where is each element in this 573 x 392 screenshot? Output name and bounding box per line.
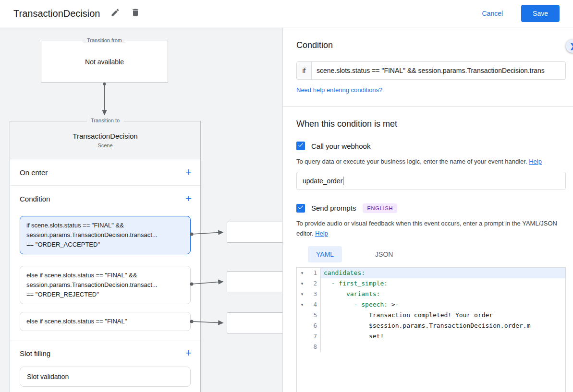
if-prefix-label: if — [297, 62, 312, 79]
edit-title-button[interactable] — [110, 8, 120, 19]
code-line: ▾ 2 - first_simple: — [297, 278, 565, 289]
prompts-description-text: To provide audio or visual feedback when… — [296, 220, 557, 237]
conditions-help-link[interactable]: Need help entering conditions? — [296, 86, 382, 94]
fold-arrow-icon[interactable]: ▾ — [297, 268, 307, 278]
add-slot-button[interactable]: + — [185, 348, 192, 358]
on-enter-label: On enter — [20, 168, 48, 177]
line-number: 7 — [307, 331, 321, 342]
inspector-title: Condition — [296, 40, 566, 50]
code-line: 7 set! — [297, 331, 565, 342]
code-text[interactable]: $session.params.TransactionDecision.orde… — [321, 321, 565, 331]
condition-card-accepted[interactable]: if scene.slots.status == "FINAL" && sess… — [20, 216, 191, 254]
fold-arrow-icon — [297, 321, 307, 331]
fold-arrow-icon[interactable]: ▾ — [297, 299, 307, 310]
language-badge: ENGLISH — [363, 203, 397, 213]
condition-section-label: Condition — [20, 195, 50, 203]
transition-target-box-2[interactable] — [227, 271, 282, 292]
pencil-icon — [110, 8, 120, 19]
condition-text-line: else if scene.slots.status == "FINAL" — [26, 317, 184, 326]
top-bar: TransactionDecision Cancel Save — [0, 0, 573, 27]
add-condition-button[interactable]: + — [185, 193, 192, 204]
code-text[interactable]: Transaction completed! Your order — [321, 310, 565, 321]
event-handler-input[interactable]: update_order — [296, 172, 566, 190]
line-number: 6 — [307, 321, 321, 331]
code-plain — [324, 290, 346, 297]
yaml-code-editor: ▾ 1 candidates: ▾ 2 - first_simple: ▾ 3 … — [296, 267, 566, 392]
event-handler-value: update_order — [303, 177, 342, 185]
condition-text-line: == "ORDER_ACCEPTED" — [26, 240, 184, 249]
fold-arrow-icon — [297, 310, 307, 321]
code-line: 6 $session.params.TransactionDecision.or… — [297, 321, 565, 331]
call-webhook-checkbox[interactable] — [296, 142, 305, 150]
code-text[interactable]: candidates: — [321, 268, 565, 278]
slot-filling-section: Slot filling + — [10, 341, 200, 365]
code-text[interactable]: - speech: >- — [321, 299, 565, 310]
code-plain: >- — [388, 301, 399, 308]
code-plain: Transaction completed! Your order — [324, 311, 493, 319]
scene-card: Transition to TransactionDecision Scene … — [10, 121, 201, 392]
condition-card-rejected[interactable]: else if scene.slots.status == "FINAL" &&… — [20, 266, 191, 304]
code-key: candidates: — [324, 269, 365, 276]
code-plain: set! — [324, 333, 384, 340]
condition-text-line: else if scene.slots.status == "FINAL" && — [26, 271, 184, 280]
code-text[interactable]: - first_simple: — [321, 278, 565, 289]
scene-type: Scene — [98, 143, 112, 148]
line-number: 3 — [307, 289, 321, 299]
code-text[interactable] — [321, 342, 565, 352]
line-number: 8 — [307, 342, 321, 352]
scene-diagram-panel: Transition from Not available Transition… — [0, 28, 282, 392]
send-prompts-label: Send prompts — [311, 204, 356, 212]
transition-target-box-3[interactable] — [227, 312, 282, 333]
when-condition-met-title: When this condition is met — [296, 119, 566, 129]
condition-inspector-panel: ❯ Condition if scene.slots.status == "FI… — [282, 28, 573, 392]
line-number: 2 — [307, 278, 321, 289]
send-prompts-checkbox[interactable] — [296, 204, 305, 213]
condition-text-line: if scene.slots.status == "FINAL" && — [26, 221, 184, 230]
fold-arrow-icon[interactable]: ▾ — [297, 278, 307, 289]
checkmark-icon — [297, 142, 304, 150]
condition-text-line: session.params.TransactionDecision.trans… — [26, 230, 184, 240]
webhook-row: Call your webhook — [296, 142, 566, 150]
code-plain — [324, 301, 354, 308]
chevron-right-icon: ❯ — [570, 42, 573, 50]
webhook-description: To query data or execute your business l… — [296, 157, 566, 167]
scene-name: TransactionDecision — [73, 132, 137, 140]
transition-from-box: Transition from Not available — [41, 41, 168, 83]
line-number: 4 — [307, 299, 321, 310]
condition-text-line: == "ORDER_REJECTED" — [26, 290, 184, 299]
fold-arrow-icon — [297, 342, 307, 352]
on-enter-section: On enter + — [10, 159, 200, 186]
prompts-help-link[interactable]: Help — [315, 230, 328, 237]
condition-section: Condition + — [10, 186, 200, 212]
checkmark-icon — [297, 204, 304, 213]
condition-expression-input[interactable]: scene.slots.status == "FINAL" && session… — [312, 62, 565, 79]
code-text[interactable]: variants: — [321, 289, 565, 299]
delete-scene-button[interactable] — [131, 8, 140, 19]
code-line: 5 Transaction completed! Your order — [297, 310, 565, 321]
code-key: - first_simple: — [331, 280, 388, 287]
code-text[interactable]: set! — [321, 331, 565, 342]
save-button[interactable]: Save — [521, 5, 560, 22]
condition-text-line: session.params.TransactionDecision.trans… — [26, 280, 184, 290]
send-prompts-row: Send prompts ENGLISH — [296, 203, 566, 213]
fold-arrow-icon[interactable]: ▾ — [297, 289, 307, 299]
transition-from-label: Transition from — [83, 37, 126, 43]
cancel-button[interactable]: Cancel — [482, 10, 503, 17]
code-line: ▾ 3 variants: — [297, 289, 565, 299]
trash-icon — [131, 8, 140, 19]
scene-card-header: TransactionDecision Scene — [10, 121, 200, 159]
webhook-description-text: To query data or execute your business l… — [296, 158, 527, 165]
code-line: ▾ 1 candidates: — [297, 268, 565, 278]
tab-yaml[interactable]: YAML — [308, 246, 342, 262]
code-plain: $session.params.TransactionDecision.orde… — [324, 322, 530, 329]
transition-from-value: Not available — [85, 58, 124, 66]
slot-validation-item[interactable]: Slot validation — [20, 367, 191, 387]
code-key: - speech: — [354, 301, 388, 308]
add-on-enter-button[interactable]: + — [185, 167, 192, 178]
code-plain — [324, 280, 331, 287]
transition-target-box-1[interactable] — [227, 222, 282, 243]
collapse-panel-button[interactable]: ❯ — [566, 39, 573, 53]
condition-card-final[interactable]: else if scene.slots.status == "FINAL" — [20, 312, 191, 331]
tab-json[interactable]: JSON — [367, 246, 401, 262]
webhook-help-link[interactable]: Help — [529, 158, 542, 165]
